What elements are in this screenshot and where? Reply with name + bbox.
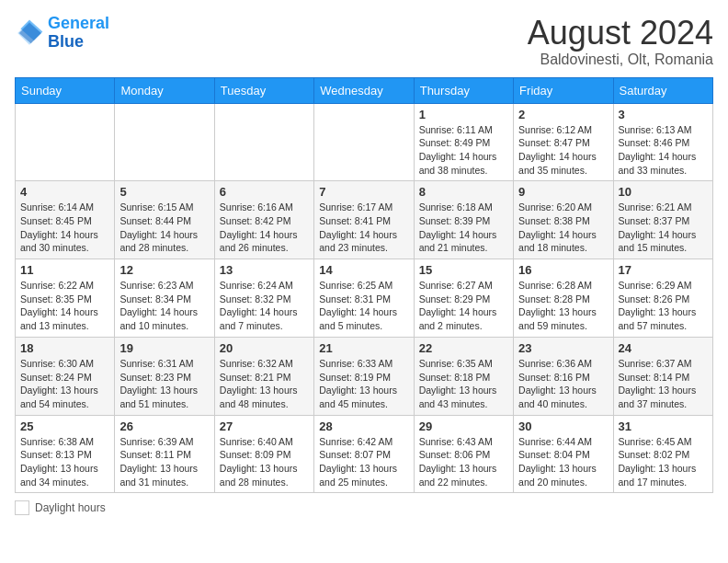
day-info: Sunrise: 6:28 AM Sunset: 8:28 PM Dayligh… [518, 279, 608, 333]
day-number: 14 [319, 263, 408, 277]
day-number: 18 [20, 341, 109, 355]
day-number: 27 [220, 419, 309, 433]
calendar-cell: 10Sunrise: 6:21 AM Sunset: 8:37 PM Dayli… [613, 181, 712, 259]
calendar-cell: 27Sunrise: 6:40 AM Sunset: 8:09 PM Dayli… [214, 415, 313, 493]
day-info: Sunrise: 6:38 AM Sunset: 8:13 PM Dayligh… [20, 435, 109, 489]
daylight-box-icon [15, 500, 29, 515]
calendar-cell: 5Sunrise: 6:15 AM Sunset: 8:44 PM Daylig… [115, 181, 214, 259]
logo: General Blue [15, 15, 109, 52]
calendar-week-row: 25Sunrise: 6:38 AM Sunset: 8:13 PM Dayli… [16, 415, 713, 493]
calendar-cell: 1Sunrise: 6:11 AM Sunset: 8:49 PM Daylig… [414, 103, 513, 181]
day-number: 9 [518, 185, 608, 199]
calendar-day-header: Friday [514, 77, 613, 103]
day-info: Sunrise: 6:36 AM Sunset: 8:16 PM Dayligh… [518, 357, 608, 411]
calendar-day-header: Thursday [414, 77, 513, 103]
calendar-cell: 9Sunrise: 6:20 AM Sunset: 8:38 PM Daylig… [514, 181, 613, 259]
calendar-cell: 22Sunrise: 6:35 AM Sunset: 8:18 PM Dayli… [414, 337, 513, 415]
day-info: Sunrise: 6:40 AM Sunset: 8:09 PM Dayligh… [220, 435, 309, 489]
calendar-week-row: 1Sunrise: 6:11 AM Sunset: 8:49 PM Daylig… [16, 103, 713, 181]
day-info: Sunrise: 6:16 AM Sunset: 8:42 PM Dayligh… [220, 201, 309, 255]
day-info: Sunrise: 6:13 AM Sunset: 8:46 PM Dayligh… [619, 123, 708, 178]
calendar-week-row: 18Sunrise: 6:30 AM Sunset: 8:24 PM Dayli… [16, 337, 713, 415]
day-number: 15 [419, 263, 508, 277]
day-number: 31 [619, 419, 708, 433]
calendar-day-header: Monday [115, 77, 214, 103]
calendar-cell: 6Sunrise: 6:16 AM Sunset: 8:42 PM Daylig… [214, 181, 313, 259]
calendar-week-row: 11Sunrise: 6:22 AM Sunset: 8:35 PM Dayli… [16, 259, 713, 338]
calendar-cell: 11Sunrise: 6:22 AM Sunset: 8:35 PM Dayli… [16, 259, 115, 338]
day-number: 24 [619, 341, 708, 355]
calendar-cell: 23Sunrise: 6:36 AM Sunset: 8:16 PM Dayli… [514, 337, 613, 415]
day-info: Sunrise: 6:17 AM Sunset: 8:41 PM Dayligh… [319, 201, 408, 255]
day-info: Sunrise: 6:37 AM Sunset: 8:14 PM Dayligh… [619, 357, 708, 411]
page-header: General Blue August 2024 Baldovinesti, O… [15, 15, 713, 68]
day-number: 13 [220, 263, 309, 277]
day-number: 23 [518, 341, 608, 355]
calendar-cell: 18Sunrise: 6:30 AM Sunset: 8:24 PM Dayli… [16, 337, 115, 415]
logo-icon [15, 18, 44, 48]
calendar-cell: 16Sunrise: 6:28 AM Sunset: 8:28 PM Dayli… [514, 259, 613, 338]
day-number: 26 [119, 419, 209, 433]
day-info: Sunrise: 6:15 AM Sunset: 8:44 PM Dayligh… [119, 201, 209, 255]
day-info: Sunrise: 6:35 AM Sunset: 8:18 PM Dayligh… [419, 357, 508, 411]
day-info: Sunrise: 6:31 AM Sunset: 8:23 PM Dayligh… [119, 357, 209, 411]
day-number: 2 [518, 108, 608, 121]
calendar-week-row: 4Sunrise: 6:14 AM Sunset: 8:45 PM Daylig… [16, 181, 713, 259]
calendar-cell: 19Sunrise: 6:31 AM Sunset: 8:23 PM Dayli… [115, 337, 214, 415]
calendar-cell [16, 103, 115, 181]
day-info: Sunrise: 6:44 AM Sunset: 8:04 PM Dayligh… [518, 435, 608, 489]
day-number: 1 [419, 108, 508, 121]
day-number: 21 [319, 341, 408, 355]
calendar-cell: 31Sunrise: 6:45 AM Sunset: 8:02 PM Dayli… [613, 415, 712, 493]
calendar-cell: 8Sunrise: 6:18 AM Sunset: 8:39 PM Daylig… [414, 181, 513, 259]
calendar-cell: 24Sunrise: 6:37 AM Sunset: 8:14 PM Dayli… [613, 337, 712, 415]
calendar-cell: 29Sunrise: 6:43 AM Sunset: 8:06 PM Dayli… [414, 415, 513, 493]
day-number: 29 [419, 419, 508, 433]
calendar-cell: 15Sunrise: 6:27 AM Sunset: 8:29 PM Dayli… [414, 259, 513, 338]
calendar-day-header: Tuesday [214, 77, 313, 103]
calendar-cell: 20Sunrise: 6:32 AM Sunset: 8:21 PM Dayli… [214, 337, 313, 415]
calendar-day-header: Sunday [16, 77, 115, 103]
day-number: 20 [220, 341, 309, 355]
day-info: Sunrise: 6:14 AM Sunset: 8:45 PM Dayligh… [20, 201, 109, 255]
calendar-footer: Daylight hours [15, 500, 713, 515]
day-info: Sunrise: 6:32 AM Sunset: 8:21 PM Dayligh… [220, 357, 309, 411]
day-info: Sunrise: 6:24 AM Sunset: 8:32 PM Dayligh… [220, 279, 309, 333]
day-number: 22 [419, 341, 508, 355]
day-info: Sunrise: 6:25 AM Sunset: 8:31 PM Dayligh… [319, 279, 408, 333]
day-info: Sunrise: 6:30 AM Sunset: 8:24 PM Dayligh… [20, 357, 109, 411]
calendar-day-header: Wednesday [314, 77, 414, 103]
day-number: 30 [518, 419, 608, 433]
logo-text: General Blue [48, 15, 109, 52]
calendar-header-row: SundayMondayTuesdayWednesdayThursdayFrid… [16, 77, 713, 103]
calendar-cell: 14Sunrise: 6:25 AM Sunset: 8:31 PM Dayli… [314, 259, 414, 338]
day-number: 28 [319, 419, 408, 433]
calendar-cell: 25Sunrise: 6:38 AM Sunset: 8:13 PM Dayli… [16, 415, 115, 493]
day-info: Sunrise: 6:29 AM Sunset: 8:26 PM Dayligh… [619, 279, 708, 333]
day-info: Sunrise: 6:43 AM Sunset: 8:06 PM Dayligh… [419, 435, 508, 489]
day-number: 3 [619, 108, 708, 121]
calendar-cell: 28Sunrise: 6:42 AM Sunset: 8:07 PM Dayli… [314, 415, 414, 493]
day-info: Sunrise: 6:18 AM Sunset: 8:39 PM Dayligh… [419, 201, 508, 255]
day-number: 10 [619, 185, 708, 199]
calendar-cell [314, 103, 414, 181]
month-year-title: August 2024 [528, 15, 713, 52]
svg-marker-2 [19, 23, 41, 43]
day-info: Sunrise: 6:42 AM Sunset: 8:07 PM Dayligh… [319, 435, 408, 489]
day-number: 25 [20, 419, 109, 433]
calendar-cell: 3Sunrise: 6:13 AM Sunset: 8:46 PM Daylig… [613, 103, 712, 181]
day-number: 16 [518, 263, 608, 277]
day-number: 11 [20, 263, 109, 277]
calendar-cell: 7Sunrise: 6:17 AM Sunset: 8:41 PM Daylig… [314, 181, 414, 259]
day-info: Sunrise: 6:39 AM Sunset: 8:11 PM Dayligh… [119, 435, 209, 489]
day-info: Sunrise: 6:22 AM Sunset: 8:35 PM Dayligh… [20, 279, 109, 333]
calendar-cell [214, 103, 313, 181]
day-number: 17 [619, 263, 708, 277]
calendar-cell: 13Sunrise: 6:24 AM Sunset: 8:32 PM Dayli… [214, 259, 313, 338]
daylight-label: Daylight hours [35, 501, 106, 514]
calendar-cell: 4Sunrise: 6:14 AM Sunset: 8:45 PM Daylig… [16, 181, 115, 259]
day-info: Sunrise: 6:23 AM Sunset: 8:34 PM Dayligh… [119, 279, 209, 333]
calendar-cell [115, 103, 214, 181]
day-number: 8 [419, 185, 508, 199]
title-block: August 2024 Baldovinesti, Olt, Romania [528, 15, 713, 68]
